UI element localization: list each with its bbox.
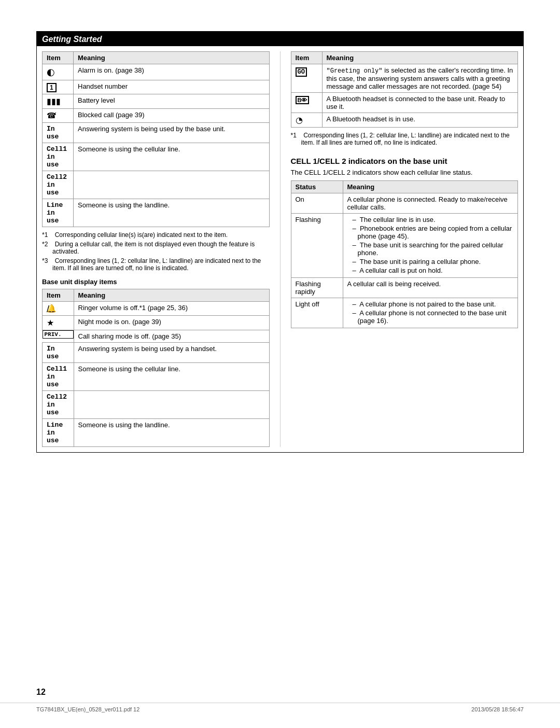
item-handset-icon: 1: [43, 80, 74, 94]
table-row: GO "Greeting only" is selected as the ca…: [291, 64, 518, 93]
status-light-off: Light off: [291, 298, 343, 328]
table-row: Cell1 in use Someone is using the cellul…: [43, 143, 270, 171]
cell-indicators-title: CELL 1/CELL 2 indicators on the base uni…: [291, 157, 519, 165]
right-col1-header: Item: [291, 52, 322, 64]
base-unit-title: Base unit display items: [42, 278, 270, 286]
right-table: Item Meaning GO "Greeting only" is selec…: [291, 51, 519, 128]
table-row: Line in use Someone is using the landlin…: [43, 419, 270, 447]
flashing-item-5: – A cellular call is put on hold.: [353, 267, 514, 274]
table-row: 🔔/ Ringer volume is off.*1 (page 25, 36): [43, 302, 270, 316]
right-footnotes: *1 Corresponding lines (1, 2: cellular l…: [291, 132, 519, 146]
right-column: Item Meaning GO "Greeting only" is selec…: [281, 51, 519, 447]
meaning-handset: Handset number: [74, 80, 270, 94]
table-row: Line in use Someone is using the landlin…: [43, 199, 270, 227]
meaning-on: A cellular phone is connected. Ready to …: [343, 193, 518, 214]
table-row: Cell1 in use Someone is using the cellul…: [43, 363, 270, 391]
content-wrapper: Item Meaning ◐ Alarm is on. (page 38) 1: [37, 46, 523, 452]
meaning-blocked: Blocked call (page 39): [74, 109, 270, 123]
table-row: ◐ Alarm is on. (page 38): [43, 64, 270, 80]
meaning-col-header: Meaning: [343, 181, 518, 193]
base-col1-header: Item: [43, 289, 74, 302]
meaning-base-line: Someone is using the landline.: [74, 419, 269, 447]
meaning-base-cell1: Someone is using the cellular line.: [74, 363, 269, 391]
status-on: On: [291, 193, 343, 214]
base-unit-table: Item Meaning 🔔/ Ringer volume is off.*1 …: [42, 289, 270, 447]
base-col2-header: Meaning: [74, 289, 269, 302]
left-col1-header: Item: [43, 52, 74, 64]
meaning-night: Night mode is on. (page 39): [74, 316, 269, 330]
item-blocked-icon: ☎̸: [43, 109, 74, 123]
table-row: On A cellular phone is connected. Ready …: [291, 193, 518, 214]
left-table: Item Meaning ◐ Alarm is on. (page 38) 1: [42, 51, 270, 227]
left-col2-header: Meaning: [74, 52, 270, 64]
meaning-flashing: – The cellular line is in use. – Phonebo…: [343, 214, 518, 278]
table-row: Cell2 in use: [43, 171, 270, 199]
table-row: PRIV. Call sharing mode is off. (page 35…: [43, 330, 270, 343]
item-alarm-icon: ◐: [43, 64, 74, 80]
light-off-item-1: – A cellular phone is not paired to the …: [353, 300, 514, 308]
item-cell1: Cell1 in use: [43, 143, 74, 171]
footnote-2: *2 During a cellular call, the item is n…: [42, 241, 270, 255]
meaning-line: Someone is using the landline.: [74, 199, 270, 227]
footer-left: TG7841BX_UE(en)_0528_ver011.pdf 12: [36, 706, 139, 712]
footer: TG7841BX_UE(en)_0528_ver011.pdf 12 2013/…: [0, 703, 560, 712]
main-section: Getting Started Item Meaning: [36, 32, 524, 453]
meaning-light-off: – A cellular phone is not paired to the …: [343, 298, 518, 328]
item-base-cell1: Cell1 in use: [43, 363, 74, 391]
table-row: Flashing rapidly A cellular call is bein…: [291, 278, 518, 298]
meaning-bt-use: A Bluetooth headset is in use.: [322, 113, 518, 128]
table-row: In use Answering system is being used by…: [43, 343, 270, 363]
table-row: ▮▮▮ Battery level: [43, 94, 270, 109]
item-priv-icon: PRIV.: [43, 330, 74, 339]
table-row: Cell2 in use: [43, 391, 270, 419]
item-bt-use-icon: ◔: [291, 113, 322, 128]
cell-indicators-desc: The CELL 1/CELL 2 indicators show each c…: [291, 169, 519, 176]
meaning-flashing-rapidly: A cellular call is being received.: [343, 278, 518, 298]
meaning-alarm: Alarm is on. (page 38): [74, 64, 270, 80]
meaning-bt: A Bluetooth headset is connected to the …: [322, 93, 518, 113]
table-row: Flashing – The cellular line is in use. …: [291, 214, 518, 278]
meaning-priv: Call sharing mode is off. (page 35): [74, 330, 269, 343]
item-bt-icon: B👁: [291, 93, 322, 113]
table-row: ◔ A Bluetooth headset is in use.: [291, 113, 518, 128]
footnote-1: *1 Corresponding cellular line(s) is(are…: [42, 231, 270, 239]
table-row: B👁 A Bluetooth headset is connected to t…: [291, 93, 518, 113]
status-flashing: Flashing: [291, 214, 343, 278]
section-header: Getting Started: [37, 33, 523, 46]
right-col2-header: Meaning: [322, 52, 518, 64]
status-col-header: Status: [291, 181, 343, 193]
meaning-base-cell2: [74, 391, 269, 419]
item-cell2: Cell2 in use: [43, 171, 74, 199]
meaning-cell1: Someone is using the cellular line.: [74, 143, 270, 171]
item-in-use: In use: [43, 123, 74, 143]
item-base-cell2: Cell2 in use: [43, 391, 74, 419]
meaning-base-in-use: Answering system is being used by a hand…: [74, 343, 269, 363]
two-column-layout: Item Meaning ◐ Alarm is on. (page 38) 1: [42, 51, 518, 447]
footer-right: 2013/05/28 18:56:47: [471, 706, 524, 712]
table-row: In use Answering system is being used by…: [43, 123, 270, 143]
item-night-icon: ★: [43, 316, 74, 330]
flashing-item-1: – The cellular line is in use.: [353, 216, 514, 223]
meaning-battery: Battery level: [74, 94, 270, 109]
status-flashing-rapidly: Flashing rapidly: [291, 278, 343, 298]
flashing-item-4: – The base unit is pairing a cellular ph…: [353, 258, 514, 265]
flashing-item-2: – Phonebook entries are being copied fro…: [353, 225, 514, 240]
table-row: ★ Night mode is on. (page 39): [43, 316, 270, 330]
meaning-go: "Greeting only" is selected as the calle…: [322, 64, 518, 93]
flashing-item-3: – The base unit is searching for the pai…: [353, 241, 514, 257]
cell-indicators-section: CELL 1/CELL 2 indicators on the base uni…: [291, 157, 519, 328]
right-footnote-1: *1 Corresponding lines (1, 2: cellular l…: [291, 132, 519, 146]
item-base-line: Line in use: [43, 419, 74, 447]
light-off-item-2: – A cellular phone is not connected to t…: [353, 309, 514, 325]
footnote-3: *3 Corresponding lines (1, 2: cellular l…: [42, 257, 270, 272]
left-footnotes: *1 Corresponding cellular line(s) is(are…: [42, 231, 270, 272]
page: Getting Started Item Meaning: [0, 0, 560, 728]
left-column: Item Meaning ◐ Alarm is on. (page 38) 1: [42, 51, 281, 447]
table-row: 1 Handset number: [43, 80, 270, 94]
meaning-in-use: Answering system is being used by the ba…: [74, 123, 270, 143]
table-row: Light off – A cellular phone is not pair…: [291, 298, 518, 328]
item-ringer-icon: 🔔/: [43, 302, 74, 316]
item-base-in-use: In use: [43, 343, 74, 363]
cell-indicators-table: Status Meaning On A cellular phone is co…: [291, 180, 519, 328]
item-line: Line in use: [43, 199, 74, 227]
